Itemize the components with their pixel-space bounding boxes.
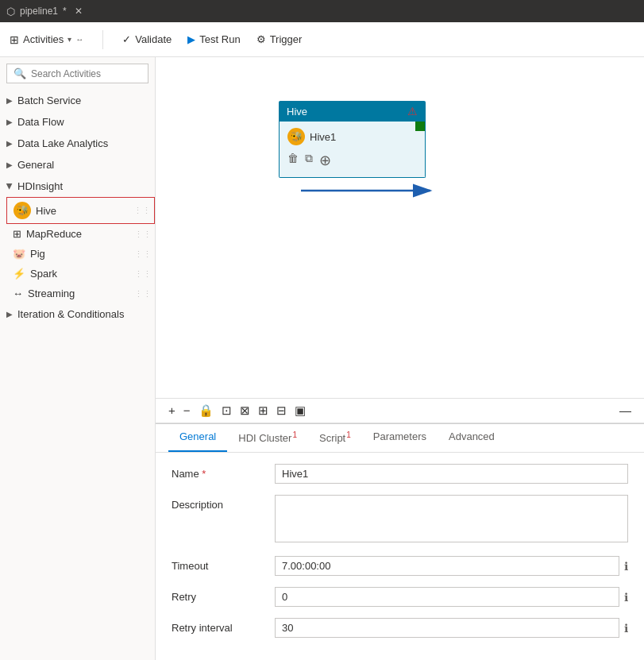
sidebar-label-data-lake-analytics: Data Lake Analytics — [17, 137, 108, 149]
sidebar-item-mapreduce[interactable]: ⊞ MapReduce ⋮⋮ — [6, 224, 155, 244]
zoom-selection-button[interactable]: ⊠ — [240, 403, 250, 418]
sidebar-label-streaming: Streaming — [28, 288, 75, 299]
sidebar-label-pig: Pig — [30, 248, 45, 260]
lock-button[interactable]: 🔒 — [199, 403, 214, 418]
name-row: Name * — [172, 464, 628, 484]
timeout-input[interactable] — [275, 556, 619, 576]
hdi-cluster-badge: 1 — [292, 430, 297, 439]
main-layout: 🔍 ▶ Batch Service ▶ Data Flow ▶ Data Lak… — [0, 57, 644, 660]
sidebar-item-data-lake-analytics[interactable]: ▶ Data Lake Analytics — [0, 133, 155, 154]
tab-hdi-cluster[interactable]: HDI Cluster1 — [227, 424, 308, 452]
main-toolbar: ⊞ Activities ▾ ↔ ✓ Validate ▶ Test Run ⚙… — [0, 22, 644, 57]
search-icon: 🔍 — [13, 68, 26, 79]
properties-tabs: General HDI Cluster1 Script1 Parameters … — [156, 424, 644, 453]
node-hive-icon: 🐝 — [287, 128, 305, 145]
layout-button-1[interactable]: ⊞ — [258, 403, 268, 418]
sidebar-item-pig[interactable]: 🐷 Pig ⋮⋮ — [6, 244, 155, 264]
description-label: Description — [172, 495, 275, 511]
retry-row-inner: ℹ — [275, 587, 628, 607]
pipeline-title: pipeline1 — [20, 6, 58, 17]
search-box[interactable]: 🔍 — [6, 64, 148, 83]
test-run-icon: ▶ — [187, 33, 195, 45]
zoom-out-button[interactable]: − — [183, 403, 191, 417]
timeout-info-icon[interactable]: ℹ — [624, 560, 628, 573]
hive-activity-node[interactable]: Hive ⚠ 🐝 Hive1 🗑 ⧉ ⊕ — [279, 101, 426, 178]
retry-interval-info-icon[interactable]: ℹ — [624, 622, 628, 635]
retry-row: Retry ℹ — [172, 587, 628, 607]
sidebar-item-streaming[interactable]: ↔ Streaming ⋮⋮ — [6, 284, 155, 303]
chevron-icon: ▶ — [6, 310, 13, 318]
test-run-button[interactable]: ▶ Test Run — [187, 33, 240, 45]
trigger-icon: ⚙ — [256, 33, 266, 45]
pipeline-modified: * — [63, 6, 67, 17]
tab-general[interactable]: General — [168, 424, 227, 452]
zoom-in-button[interactable]: + — [168, 403, 175, 417]
retry-info-icon[interactable]: ℹ — [624, 591, 628, 604]
toolbar-divider-1 — [102, 30, 103, 49]
sidebar-content: ▶ Batch Service ▶ Data Flow ▶ Data Lake … — [0, 90, 155, 660]
timeout-label: Timeout — [172, 556, 275, 572]
layout-button-3[interactable]: ▣ — [295, 403, 306, 418]
retry-interval-input[interactable] — [275, 618, 619, 638]
layout-button-2[interactable]: ⊟ — [276, 403, 287, 418]
activities-label: Activities — [23, 33, 64, 45]
required-star: * — [202, 468, 206, 480]
tab-script-label: Script — [319, 432, 345, 444]
sidebar-label-data-flow: Data Flow — [17, 116, 64, 128]
trigger-button[interactable]: ⚙ Trigger — [256, 33, 303, 45]
search-input[interactable] — [31, 68, 150, 79]
node-title: Hive — [287, 106, 307, 118]
chevron-icon: ▶ — [6, 96, 13, 105]
retry-input[interactable] — [275, 587, 619, 607]
description-row: Description — [172, 495, 628, 545]
drag-handle: ⋮⋮ — [133, 206, 151, 216]
sidebar-label-mapreduce: MapReduce — [26, 228, 82, 240]
retry-interval-row-inner: ℹ — [275, 618, 628, 638]
sidebar-label-general: General — [17, 159, 54, 171]
sidebar-item-spark[interactable]: ⚡ Spark ⋮⋮ — [6, 264, 155, 284]
node-body: 🐝 Hive1 🗑 ⧉ ⊕ — [279, 122, 426, 178]
retry-interval-row: Retry interval ℹ — [172, 618, 628, 638]
name-input[interactable] — [275, 464, 628, 484]
pipeline-icon: ⬡ — [6, 6, 15, 17]
drag-handle: ⋮⋮ — [134, 288, 152, 299]
description-input[interactable] — [275, 495, 628, 542]
timeout-row: Timeout ℹ — [172, 556, 628, 576]
node-title-row: 🐝 Hive1 — [287, 128, 417, 145]
validate-icon: ✓ — [122, 33, 131, 45]
node-name: Hive1 — [310, 131, 336, 143]
tab-advanced[interactable]: Advanced — [438, 424, 506, 452]
sidebar-label-batch-service: Batch Service — [17, 95, 81, 106]
sidebar-label-hive: Hive — [36, 205, 56, 217]
sidebar-item-batch-service[interactable]: ▶ Batch Service — [0, 90, 155, 111]
timeout-control: ℹ — [275, 556, 628, 576]
tab-script[interactable]: Script1 — [308, 424, 362, 452]
activities-toggle[interactable]: ⊞ Activities ▾ ↔ — [10, 33, 83, 46]
sidebar-item-iteration[interactable]: ▶ Iteration & Conditionals — [0, 303, 155, 325]
add-output-button[interactable]: ⊕ — [319, 152, 331, 169]
sidebar-item-hive[interactable]: 🐝 Hive ⋮⋮ — [6, 197, 155, 224]
chevron-icon: ▶ — [6, 118, 13, 126]
tab-general-label: General — [179, 430, 216, 442]
retry-interval-label: Retry interval — [172, 618, 275, 634]
minimize-panel-button[interactable]: — — [619, 403, 631, 417]
sidebar-item-general[interactable]: ▶ General — [0, 154, 155, 176]
copy-button[interactable]: ⧉ — [305, 152, 313, 169]
warning-icon: ⚠ — [407, 105, 418, 118]
sidebar-item-hdinsight[interactable]: ▶ HDInsight — [0, 176, 155, 197]
sidebar-item-data-flow[interactable]: ▶ Data Flow — [0, 111, 155, 133]
delete-button[interactable]: 🗑 — [287, 152, 299, 169]
canvas[interactable]: Hive ⚠ 🐝 Hive1 🗑 ⧉ ⊕ — [156, 57, 644, 398]
name-control — [275, 464, 628, 484]
pipeline-close[interactable]: ✕ — [75, 6, 83, 17]
tab-parameters[interactable]: Parameters — [362, 424, 438, 452]
description-control — [275, 495, 628, 545]
tab-parameters-label: Parameters — [373, 430, 426, 442]
retry-interval-control: ℹ — [275, 618, 628, 638]
fit-button[interactable]: ⊡ — [222, 403, 232, 418]
name-label: Name * — [172, 464, 275, 480]
properties-body: Name * Description Timeout — [156, 453, 644, 660]
top-bar: ⬡ pipeline1 * ✕ — [0, 0, 644, 22]
chevron-icon: ▶ — [6, 160, 13, 169]
validate-button[interactable]: ✓ Validate — [122, 33, 172, 45]
